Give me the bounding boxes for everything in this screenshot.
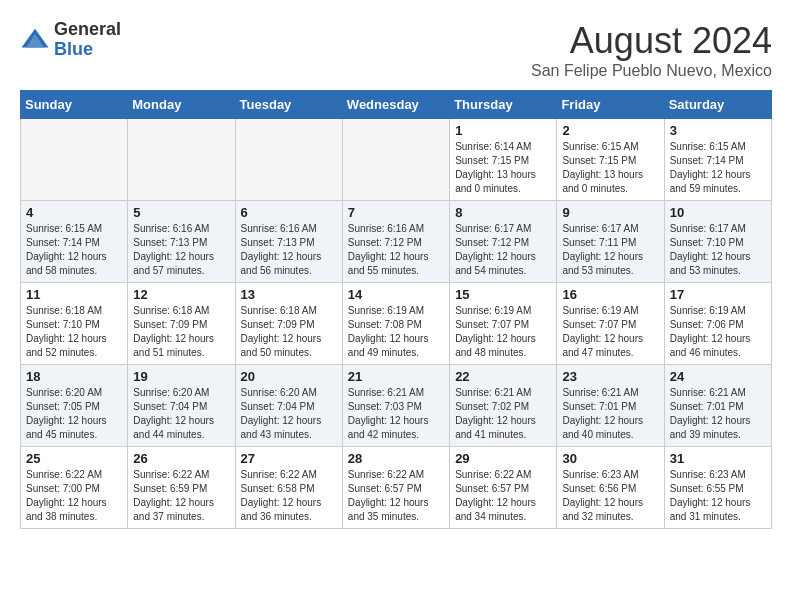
page-header: General Blue August 2024 San Felipe Pueb… [20,20,772,80]
day-of-week-header: Monday [128,91,235,119]
calendar-cell: 16Sunrise: 6:19 AM Sunset: 7:07 PM Dayli… [557,283,664,365]
calendar-cell: 25Sunrise: 6:22 AM Sunset: 7:00 PM Dayli… [21,447,128,529]
day-number: 31 [670,451,766,466]
day-info: Sunrise: 6:18 AM Sunset: 7:10 PM Dayligh… [26,304,122,360]
calendar-cell [235,119,342,201]
day-info: Sunrise: 6:21 AM Sunset: 7:01 PM Dayligh… [670,386,766,442]
day-of-week-header: Saturday [664,91,771,119]
day-of-week-header: Thursday [450,91,557,119]
day-of-week-header: Sunday [21,91,128,119]
day-number: 2 [562,123,658,138]
day-info: Sunrise: 6:18 AM Sunset: 7:09 PM Dayligh… [133,304,229,360]
calendar-cell: 14Sunrise: 6:19 AM Sunset: 7:08 PM Dayli… [342,283,449,365]
calendar-cell [342,119,449,201]
calendar-cell: 11Sunrise: 6:18 AM Sunset: 7:10 PM Dayli… [21,283,128,365]
day-info: Sunrise: 6:20 AM Sunset: 7:04 PM Dayligh… [133,386,229,442]
day-number: 22 [455,369,551,384]
day-info: Sunrise: 6:20 AM Sunset: 7:04 PM Dayligh… [241,386,337,442]
day-number: 6 [241,205,337,220]
day-info: Sunrise: 6:16 AM Sunset: 7:13 PM Dayligh… [133,222,229,278]
logo-general-text: General [54,20,121,40]
day-info: Sunrise: 6:19 AM Sunset: 7:07 PM Dayligh… [562,304,658,360]
day-number: 20 [241,369,337,384]
day-number: 11 [26,287,122,302]
day-info: Sunrise: 6:21 AM Sunset: 7:03 PM Dayligh… [348,386,444,442]
day-of-week-header: Friday [557,91,664,119]
day-number: 12 [133,287,229,302]
calendar-cell: 7Sunrise: 6:16 AM Sunset: 7:12 PM Daylig… [342,201,449,283]
day-number: 3 [670,123,766,138]
day-info: Sunrise: 6:17 AM Sunset: 7:10 PM Dayligh… [670,222,766,278]
day-number: 28 [348,451,444,466]
day-info: Sunrise: 6:23 AM Sunset: 6:55 PM Dayligh… [670,468,766,524]
calendar-cell: 24Sunrise: 6:21 AM Sunset: 7:01 PM Dayli… [664,365,771,447]
day-info: Sunrise: 6:22 AM Sunset: 6:59 PM Dayligh… [133,468,229,524]
day-number: 25 [26,451,122,466]
calendar-cell: 18Sunrise: 6:20 AM Sunset: 7:05 PM Dayli… [21,365,128,447]
day-info: Sunrise: 6:20 AM Sunset: 7:05 PM Dayligh… [26,386,122,442]
day-of-week-header: Wednesday [342,91,449,119]
day-info: Sunrise: 6:22 AM Sunset: 6:57 PM Dayligh… [348,468,444,524]
day-number: 30 [562,451,658,466]
day-info: Sunrise: 6:19 AM Sunset: 7:08 PM Dayligh… [348,304,444,360]
calendar-week-row: 18Sunrise: 6:20 AM Sunset: 7:05 PM Dayli… [21,365,772,447]
day-info: Sunrise: 6:17 AM Sunset: 7:12 PM Dayligh… [455,222,551,278]
calendar-cell: 22Sunrise: 6:21 AM Sunset: 7:02 PM Dayli… [450,365,557,447]
day-info: Sunrise: 6:15 AM Sunset: 7:15 PM Dayligh… [562,140,658,196]
day-number: 4 [26,205,122,220]
calendar-cell [128,119,235,201]
logo-blue-text: Blue [54,40,121,60]
calendar-week-row: 11Sunrise: 6:18 AM Sunset: 7:10 PM Dayli… [21,283,772,365]
calendar-cell: 29Sunrise: 6:22 AM Sunset: 6:57 PM Dayli… [450,447,557,529]
calendar-week-row: 1Sunrise: 6:14 AM Sunset: 7:15 PM Daylig… [21,119,772,201]
day-number: 9 [562,205,658,220]
day-number: 17 [670,287,766,302]
day-info: Sunrise: 6:22 AM Sunset: 7:00 PM Dayligh… [26,468,122,524]
calendar-cell: 15Sunrise: 6:19 AM Sunset: 7:07 PM Dayli… [450,283,557,365]
day-number: 24 [670,369,766,384]
day-info: Sunrise: 6:21 AM Sunset: 7:02 PM Dayligh… [455,386,551,442]
day-info: Sunrise: 6:16 AM Sunset: 7:12 PM Dayligh… [348,222,444,278]
calendar-cell: 26Sunrise: 6:22 AM Sunset: 6:59 PM Dayli… [128,447,235,529]
day-number: 8 [455,205,551,220]
calendar-cell: 27Sunrise: 6:22 AM Sunset: 6:58 PM Dayli… [235,447,342,529]
day-info: Sunrise: 6:21 AM Sunset: 7:01 PM Dayligh… [562,386,658,442]
day-number: 18 [26,369,122,384]
day-info: Sunrise: 6:22 AM Sunset: 6:58 PM Dayligh… [241,468,337,524]
calendar-cell: 5Sunrise: 6:16 AM Sunset: 7:13 PM Daylig… [128,201,235,283]
day-number: 23 [562,369,658,384]
day-number: 27 [241,451,337,466]
day-number: 29 [455,451,551,466]
day-number: 5 [133,205,229,220]
location-subtitle: San Felipe Pueblo Nuevo, Mexico [531,62,772,80]
day-info: Sunrise: 6:19 AM Sunset: 7:06 PM Dayligh… [670,304,766,360]
calendar-cell: 8Sunrise: 6:17 AM Sunset: 7:12 PM Daylig… [450,201,557,283]
day-number: 26 [133,451,229,466]
title-block: August 2024 San Felipe Pueblo Nuevo, Mex… [531,20,772,80]
calendar-week-row: 25Sunrise: 6:22 AM Sunset: 7:00 PM Dayli… [21,447,772,529]
day-number: 1 [455,123,551,138]
calendar-cell [21,119,128,201]
day-info: Sunrise: 6:14 AM Sunset: 7:15 PM Dayligh… [455,140,551,196]
day-info: Sunrise: 6:16 AM Sunset: 7:13 PM Dayligh… [241,222,337,278]
day-number: 21 [348,369,444,384]
month-year-title: August 2024 [531,20,772,62]
day-info: Sunrise: 6:15 AM Sunset: 7:14 PM Dayligh… [670,140,766,196]
calendar-cell: 28Sunrise: 6:22 AM Sunset: 6:57 PM Dayli… [342,447,449,529]
calendar-table: SundayMondayTuesdayWednesdayThursdayFrid… [20,90,772,529]
logo: General Blue [20,20,121,60]
calendar-cell: 6Sunrise: 6:16 AM Sunset: 7:13 PM Daylig… [235,201,342,283]
day-info: Sunrise: 6:17 AM Sunset: 7:11 PM Dayligh… [562,222,658,278]
calendar-header-row: SundayMondayTuesdayWednesdayThursdayFrid… [21,91,772,119]
calendar-cell: 20Sunrise: 6:20 AM Sunset: 7:04 PM Dayli… [235,365,342,447]
calendar-cell: 13Sunrise: 6:18 AM Sunset: 7:09 PM Dayli… [235,283,342,365]
day-info: Sunrise: 6:15 AM Sunset: 7:14 PM Dayligh… [26,222,122,278]
calendar-cell: 31Sunrise: 6:23 AM Sunset: 6:55 PM Dayli… [664,447,771,529]
calendar-cell: 17Sunrise: 6:19 AM Sunset: 7:06 PM Dayli… [664,283,771,365]
calendar-cell: 30Sunrise: 6:23 AM Sunset: 6:56 PM Dayli… [557,447,664,529]
day-number: 19 [133,369,229,384]
calendar-cell: 4Sunrise: 6:15 AM Sunset: 7:14 PM Daylig… [21,201,128,283]
calendar-cell: 12Sunrise: 6:18 AM Sunset: 7:09 PM Dayli… [128,283,235,365]
calendar-cell: 9Sunrise: 6:17 AM Sunset: 7:11 PM Daylig… [557,201,664,283]
day-number: 10 [670,205,766,220]
